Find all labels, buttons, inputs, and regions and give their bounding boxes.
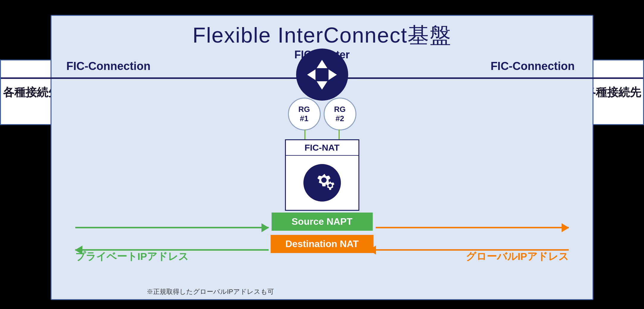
fic-connection-left-label: FIC-Connection xyxy=(66,60,151,73)
rg1-label-line1: RG xyxy=(298,105,310,114)
private-ip-label: プライベートIPアドレス xyxy=(75,250,189,263)
rg2-label-line2: #2 xyxy=(336,114,344,123)
orange-arrow-right-source xyxy=(376,227,569,228)
footnote: ※正規取得したグローバルIPアドレスも可 xyxy=(147,287,274,296)
source-napt-box: Source NAPT xyxy=(272,213,373,231)
green-arrow-right xyxy=(75,227,269,228)
gear-icon xyxy=(303,163,341,202)
destination-nat-label: Destination NAT xyxy=(285,238,359,249)
source-napt-label: Source NAPT xyxy=(292,216,352,227)
rg1-circle: RG #1 xyxy=(288,98,321,130)
nat-gear-area xyxy=(297,156,347,210)
rg1-label-line2: #1 xyxy=(300,114,308,123)
svg-point-1 xyxy=(321,177,327,183)
router-circle xyxy=(296,49,348,101)
rg2-label-line1: RG xyxy=(334,105,346,114)
fic-panel: Flexible InterConnect基盤 FIC-Connection F… xyxy=(51,15,593,300)
nat-box-title: FIC-NAT xyxy=(286,140,358,156)
rg2-circle: RG #2 xyxy=(324,98,356,130)
arrow-down-icon xyxy=(317,81,328,90)
arrow-left-icon xyxy=(307,69,316,80)
arrow-up-icon xyxy=(317,60,328,68)
svg-point-2 xyxy=(328,184,332,187)
fic-title: Flexible InterConnect基盤 xyxy=(51,21,593,50)
arrow-right-icon xyxy=(329,69,337,80)
fic-connection-right-label: FIC-Connection xyxy=(491,60,575,73)
global-ip-label: グローバルIPアドレス xyxy=(466,250,569,263)
destination-nat-box: Destination NAT xyxy=(270,235,374,253)
fic-nat-box: FIC-NAT xyxy=(285,139,359,211)
router-arrows-icon xyxy=(307,60,337,90)
rg-container: RG #1 RG #2 xyxy=(288,98,356,130)
page-wrapper: 各種接続先 各種接続先 Flexible InterConnect基盤 FIC-… xyxy=(0,0,644,309)
